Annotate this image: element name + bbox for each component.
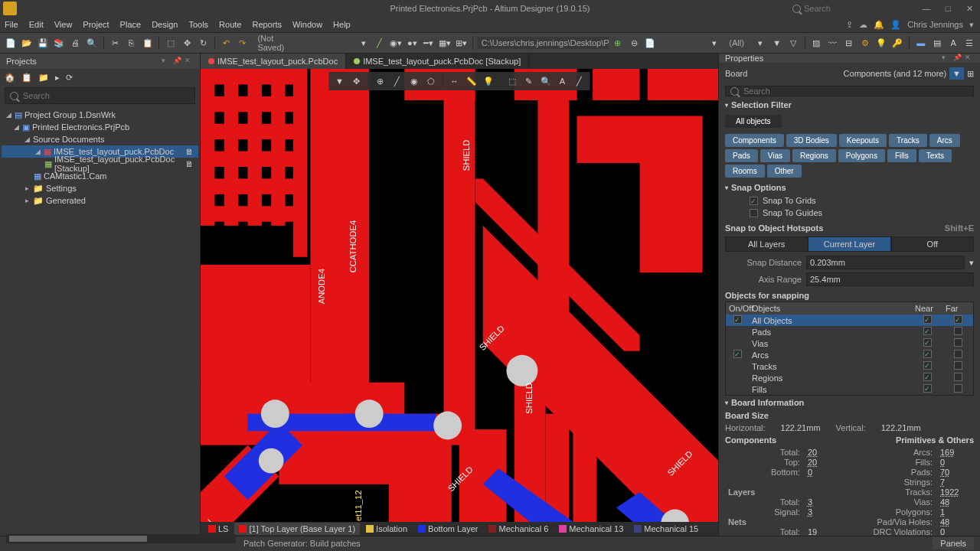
prop-dropdown[interactable]: ▾ bbox=[942, 54, 951, 63]
proj-search-input[interactable] bbox=[23, 91, 190, 100]
filter-fills[interactable]: Fills bbox=[887, 149, 916, 162]
filter-pads[interactable]: Pads bbox=[725, 149, 758, 162]
comp-more[interactable]: Components (and 12 more) bbox=[844, 69, 947, 78]
nav-remove[interactable]: ⊖ bbox=[627, 35, 642, 51]
menu-place[interactable]: Place bbox=[120, 20, 142, 29]
doc-tab-0[interactable]: IMSE_test_layout_puck.PcbDoc bbox=[201, 54, 346, 69]
funnel-icon[interactable]: ▼ bbox=[769, 35, 784, 51]
prop-search-input[interactable] bbox=[743, 86, 969, 96]
save-btn[interactable]: 💾 bbox=[36, 35, 51, 51]
text-icon[interactable]: A bbox=[946, 35, 961, 51]
filter-other[interactable]: Other bbox=[767, 165, 802, 178]
route-tool[interactable]: ╱ bbox=[390, 73, 405, 89]
key-icon[interactable]: 🔑 bbox=[890, 35, 905, 51]
filter-text[interactable]: (All) bbox=[723, 38, 750, 47]
menu-window[interactable]: Window bbox=[292, 20, 322, 29]
menu-view[interactable]: View bbox=[54, 20, 73, 29]
tree-generated[interactable]: ▸📁Generated bbox=[2, 194, 198, 207]
bulb-icon[interactable]: 💡 bbox=[874, 35, 889, 51]
snap-distance-field[interactable]: 0.203mm bbox=[806, 256, 965, 269]
menu-reports[interactable]: Reports bbox=[252, 20, 282, 29]
redo-btn[interactable]: ↷ bbox=[235, 35, 250, 51]
filter-regions[interactable]: Regions bbox=[792, 149, 836, 162]
sel-tool[interactable]: ⬚ bbox=[505, 73, 520, 89]
line-tool[interactable]: ╱ bbox=[572, 73, 587, 89]
snap-grids-chk[interactable] bbox=[750, 197, 758, 205]
refresh-icon[interactable]: ⟳ bbox=[66, 73, 73, 83]
new-btn[interactable]: 📄 bbox=[3, 35, 18, 51]
filter-polygons[interactable]: Polygons bbox=[838, 149, 885, 162]
share-icon[interactable]: ⇪ bbox=[846, 20, 853, 30]
layers-icon[interactable]: ▤ bbox=[929, 35, 944, 51]
minimize-button[interactable]: — bbox=[916, 0, 937, 17]
tree-group[interactable]: ◢▤Project Group 1.DsnWrk bbox=[2, 109, 198, 121]
rotate-btn[interactable]: ↻ bbox=[196, 35, 211, 51]
tree-settings[interactable]: ▸📁Settings bbox=[2, 182, 198, 194]
axis-range-field[interactable]: 25.4mm bbox=[806, 272, 974, 286]
open-btn[interactable]: 📂 bbox=[19, 35, 34, 51]
list-icon[interactable]: ☰ bbox=[962, 35, 977, 51]
layer-icon[interactable]: ▬ bbox=[913, 35, 928, 51]
track-btn[interactable]: ━▾ bbox=[421, 35, 436, 51]
menu-project[interactable]: Project bbox=[83, 20, 109, 29]
filter-dd[interactable]: ▾ bbox=[707, 35, 721, 51]
funnel-icon[interactable]: ▼ bbox=[949, 67, 964, 80]
copy-btn[interactable]: ⎘ bbox=[124, 35, 139, 51]
seg-current[interactable]: Current Layer bbox=[808, 236, 890, 252]
obj-row-tracks[interactable]: Tracks bbox=[726, 360, 973, 372]
user-icon[interactable]: 👤 bbox=[890, 20, 901, 30]
filter-keepouts[interactable]: Keepouts bbox=[839, 134, 887, 147]
user-dropdown-icon[interactable]: ▾ bbox=[969, 20, 974, 30]
obj-row-all[interactable]: All Objects bbox=[726, 315, 973, 326]
board-info-hdr[interactable]: ▾Board Information bbox=[719, 396, 980, 409]
filter-components[interactable]: Components bbox=[725, 134, 784, 147]
h-scrollbar[interactable] bbox=[6, 534, 236, 543]
obj-row-pads[interactable]: Pads bbox=[726, 326, 973, 337]
tool-1[interactable]: ▾ bbox=[753, 35, 768, 51]
obj-row-arcs[interactable]: Arcs bbox=[726, 349, 973, 360]
path-field[interactable]: C:\Users\chris.jennings\Desktop\P bbox=[477, 37, 609, 49]
dim-tool[interactable]: ↔ bbox=[447, 73, 462, 89]
proj-search[interactable] bbox=[5, 87, 195, 104]
select-tool[interactable]: ▼ bbox=[332, 73, 348, 89]
cut-btn[interactable]: ✂ bbox=[107, 35, 122, 51]
measure-tool[interactable]: 📏 bbox=[464, 73, 479, 89]
search-input[interactable] bbox=[804, 4, 865, 13]
home-icon[interactable]: 🏠 bbox=[5, 73, 15, 83]
menu-route[interactable]: Route bbox=[219, 20, 241, 29]
place-tool[interactable]: ⊕ bbox=[373, 73, 388, 89]
doc-tab-1[interactable]: IMSE_test_layout_puck.PcbDoc [Stackup] bbox=[346, 54, 529, 69]
prop-close[interactable]: ✕ bbox=[965, 54, 974, 63]
saveall-btn[interactable]: 📚 bbox=[52, 35, 67, 51]
filter-3dbodies[interactable]: 3D Bodies bbox=[786, 134, 837, 147]
user-name[interactable]: Chris Jennings bbox=[907, 20, 963, 29]
panels-button[interactable]: Panels bbox=[933, 537, 974, 549]
move-btn[interactable]: ✥ bbox=[179, 35, 194, 51]
layer-iso[interactable]: Isolation bbox=[361, 523, 412, 535]
filter-allobjects[interactable]: All objects bbox=[725, 115, 782, 128]
snap-opts-hdr[interactable]: ▾Snap Options bbox=[719, 181, 980, 194]
obj-row-vias[interactable]: Vias bbox=[726, 337, 973, 349]
menu-edit[interactable]: Edit bbox=[29, 20, 44, 29]
nav-add[interactable]: ⊕ bbox=[610, 35, 625, 51]
seg-all[interactable]: All Layers bbox=[725, 236, 808, 252]
menu-tools[interactable]: Tools bbox=[188, 20, 208, 29]
via-tool[interactable]: ◉ bbox=[407, 73, 422, 89]
filter-arcs[interactable]: Arcs bbox=[929, 134, 960, 147]
panel-pin[interactable]: 📌 bbox=[173, 57, 182, 66]
inspect-tool[interactable]: 🔍 bbox=[538, 73, 554, 89]
obj-row-fills[interactable]: Fills bbox=[726, 383, 973, 395]
obj-row-regions[interactable]: Regions bbox=[726, 372, 973, 383]
menu-help[interactable]: Help bbox=[333, 20, 351, 29]
grid-dd[interactable]: ▾ bbox=[356, 35, 371, 51]
funnel2-icon[interactable]: ▽ bbox=[786, 35, 800, 51]
filter-vias[interactable]: Vias bbox=[760, 149, 790, 162]
cloud-icon[interactable]: ☁ bbox=[859, 20, 867, 30]
wire-btn[interactable]: ╱ bbox=[372, 35, 387, 51]
highlight-tool[interactable]: 💡 bbox=[481, 73, 496, 89]
gear-icon[interactable]: ⚙ bbox=[858, 35, 872, 51]
align-icon[interactable]: ⊟ bbox=[841, 35, 856, 51]
close-button[interactable]: ✕ bbox=[959, 0, 980, 17]
sel-filter-hdr[interactable]: ▾Selection Filter bbox=[719, 98, 980, 112]
filter-tracks[interactable]: Tracks bbox=[889, 134, 927, 147]
